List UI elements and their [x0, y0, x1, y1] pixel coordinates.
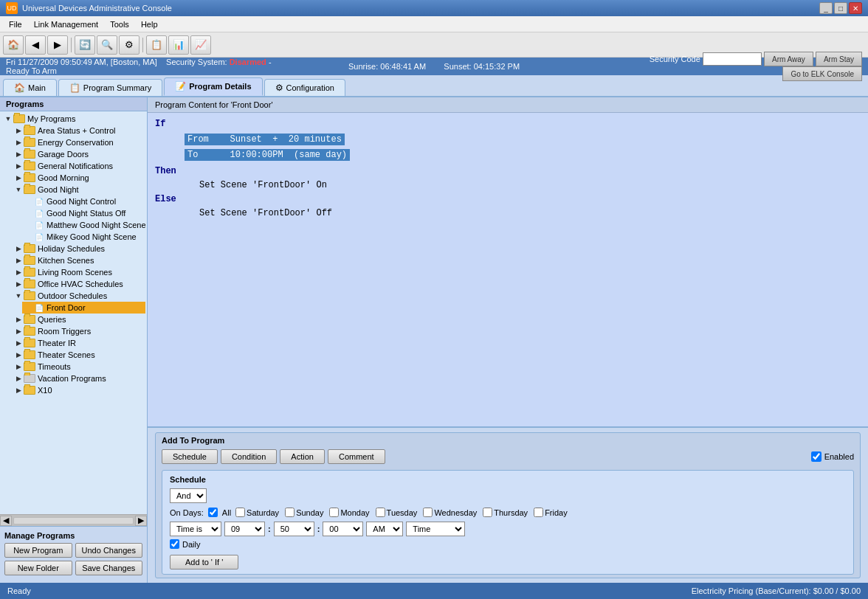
tree-item-good-night-status[interactable]: ▶ 📄 Good Night Status Off: [22, 207, 145, 219]
tree-item-good-night-control[interactable]: ▶ 📄 Good Night Control: [22, 195, 145, 207]
condition-button[interactable]: Condition: [221, 449, 277, 464]
toggle-general-notifs[interactable]: ▶: [13, 161, 24, 171]
toggle-office-hvac[interactable]: ▶: [13, 279, 24, 289]
tb-home[interactable]: 🏠: [3, 35, 24, 55]
tree-item-holiday[interactable]: ▶ Holiday Schedules: [12, 243, 145, 255]
new-program-button[interactable]: New Program: [4, 543, 72, 558]
friday-checkbox[interactable]: [534, 508, 543, 517]
window-controls[interactable]: _ □ ✕: [819, 2, 862, 14]
elk-console-button[interactable]: Go to ELK Console: [782, 66, 862, 81]
tree-item-theater-ir[interactable]: ▶ Theater IR: [12, 337, 145, 349]
toggle-garage[interactable]: ▶: [13, 149, 24, 159]
menu-file[interactable]: File: [3, 18, 28, 30]
maximize-button[interactable]: □: [834, 2, 847, 14]
tree-scrollbar-h[interactable]: ◀ ▶: [0, 514, 147, 526]
toggle-living-room[interactable]: ▶: [13, 267, 24, 277]
wednesday-checkbox[interactable]: [423, 508, 433, 517]
tree-item-room-triggers[interactable]: ▶ Room Triggers: [12, 325, 145, 337]
toggle-my-programs[interactable]: ▼: [3, 114, 13, 124]
tb-search[interactable]: 🔍: [97, 35, 117, 55]
toggle-kitchen[interactable]: ▶: [13, 255, 24, 266]
monday-check[interactable]: Monday: [329, 508, 369, 517]
tab-main[interactable]: 🏠 Main: [3, 79, 57, 96]
tree-item-front-door[interactable]: ▶ 📄 Front Door: [22, 302, 145, 314]
saturday-checkbox[interactable]: [235, 508, 245, 517]
and-select[interactable]: And: [170, 488, 207, 503]
programs-tree[interactable]: ▼ My Programs ▶ Area Status + Control ▶ …: [0, 111, 147, 514]
tree-item-energy[interactable]: ▶ Energy Conservation: [12, 136, 145, 148]
time-is-select[interactable]: Time is: [170, 522, 221, 536]
tree-item-area-status[interactable]: ▶ Area Status + Control: [12, 125, 145, 136]
tuesday-check[interactable]: Tuesday: [376, 508, 418, 517]
time-type-select[interactable]: Time: [406, 522, 465, 536]
enabled-checkbox[interactable]: [811, 451, 822, 462]
menu-tools[interactable]: Tools: [104, 18, 135, 30]
tree-item-kitchen[interactable]: ▶ Kitchen Scenes: [12, 255, 145, 266]
schedule-button[interactable]: Schedule: [162, 449, 218, 464]
tab-program-details[interactable]: 📝 Program Details: [164, 77, 262, 96]
add-to-if-button[interactable]: Add to ' If ': [170, 555, 238, 569]
tb-forward[interactable]: ▶: [47, 35, 68, 55]
tree-item-living-room[interactable]: ▶ Living Room Scenes: [12, 266, 145, 278]
arm-stay-button[interactable]: Arm Stay: [816, 52, 862, 66]
toggle-vacation[interactable]: ▶: [13, 373, 24, 384]
second-select[interactable]: 00: [323, 522, 363, 536]
tree-item-x10[interactable]: ▶ X10: [12, 384, 145, 396]
tb-chart[interactable]: 📊: [168, 35, 189, 55]
tb-settings[interactable]: ⚙: [119, 35, 140, 55]
scroll-right-btn[interactable]: ▶: [135, 516, 147, 526]
monday-checkbox[interactable]: [329, 508, 339, 517]
tb-refresh[interactable]: 🔄: [75, 35, 95, 55]
hour-select[interactable]: 09: [224, 522, 265, 536]
tree-item-general-notifs[interactable]: ▶ General Notifications: [12, 160, 145, 172]
arm-away-button[interactable]: Arm Away: [764, 52, 813, 66]
security-code-input[interactable]: [703, 52, 762, 66]
thursday-check[interactable]: Thursday: [483, 508, 528, 517]
toggle-outdoor[interactable]: ▼: [13, 291, 24, 301]
toggle-theater-ir[interactable]: ▶: [13, 338, 24, 348]
tree-item-theater-scenes[interactable]: ▶ Theater Scenes: [12, 349, 145, 361]
tree-item-good-night[interactable]: ▼ Good Night: [12, 184, 145, 195]
scrollbar-track[interactable]: [13, 517, 134, 524]
tree-item-office-hvac[interactable]: ▶ Office HVAC Schedules: [12, 278, 145, 290]
menu-help[interactable]: Help: [135, 18, 164, 30]
saturday-check[interactable]: Saturday: [235, 508, 279, 517]
new-folder-button[interactable]: New Folder: [4, 561, 72, 575]
toggle-good-morning[interactable]: ▶: [13, 173, 24, 183]
toggle-x10[interactable]: ▶: [13, 385, 24, 395]
menu-link-management[interactable]: Link Management: [28, 18, 104, 30]
toggle-room-triggers[interactable]: ▶: [13, 326, 24, 336]
tb-back[interactable]: ◀: [25, 35, 46, 55]
code-editor[interactable]: If From Sunset + 20 minutes To 10:00:00P…: [148, 113, 868, 426]
tb-report[interactable]: 📈: [190, 35, 211, 55]
undo-changes-button[interactable]: Undo Changes: [75, 543, 143, 558]
close-button[interactable]: ✕: [849, 2, 862, 14]
tree-item-vacation[interactable]: ▶ Vacation Programs: [12, 373, 145, 384]
toggle-good-night[interactable]: ▼: [13, 184, 24, 195]
all-days-checkbox[interactable]: [208, 508, 218, 517]
tree-item-garage[interactable]: ▶ Garage Doors: [12, 148, 145, 160]
tree-item-outdoor[interactable]: ▼ Outdoor Schedules: [12, 290, 145, 302]
toggle-energy[interactable]: ▶: [13, 137, 24, 148]
minute-select[interactable]: 50: [274, 522, 314, 536]
friday-check[interactable]: Friday: [534, 508, 568, 517]
tuesday-checkbox[interactable]: [376, 508, 385, 517]
tree-item-timeouts[interactable]: ▶ Timeouts: [12, 361, 145, 373]
tree-item-queries[interactable]: ▶ Queries: [12, 314, 145, 325]
tree-item-mikey-gn[interactable]: ▶ 📄 Mikey Good Night Scene: [22, 231, 145, 243]
ampm-select[interactable]: AM PM: [366, 522, 403, 536]
toggle-area-status[interactable]: ▶: [13, 125, 24, 136]
tree-item-good-morning[interactable]: ▶ Good Morning: [12, 172, 145, 184]
toggle-timeouts[interactable]: ▶: [13, 361, 24, 372]
toggle-holiday[interactable]: ▶: [13, 243, 24, 254]
wednesday-check[interactable]: Wednesday: [423, 508, 477, 517]
sunday-check[interactable]: Sunday: [285, 508, 323, 517]
sunday-checkbox[interactable]: [285, 508, 294, 517]
toggle-queries[interactable]: ▶: [13, 314, 24, 325]
tb-clipboard[interactable]: 📋: [146, 35, 167, 55]
minimize-button[interactable]: _: [819, 2, 833, 14]
comment-button[interactable]: Comment: [328, 449, 385, 464]
thursday-checkbox[interactable]: [483, 508, 492, 517]
scroll-left-btn[interactable]: ◀: [0, 516, 12, 526]
tab-configuration[interactable]: ⚙ Configuration: [264, 79, 345, 96]
